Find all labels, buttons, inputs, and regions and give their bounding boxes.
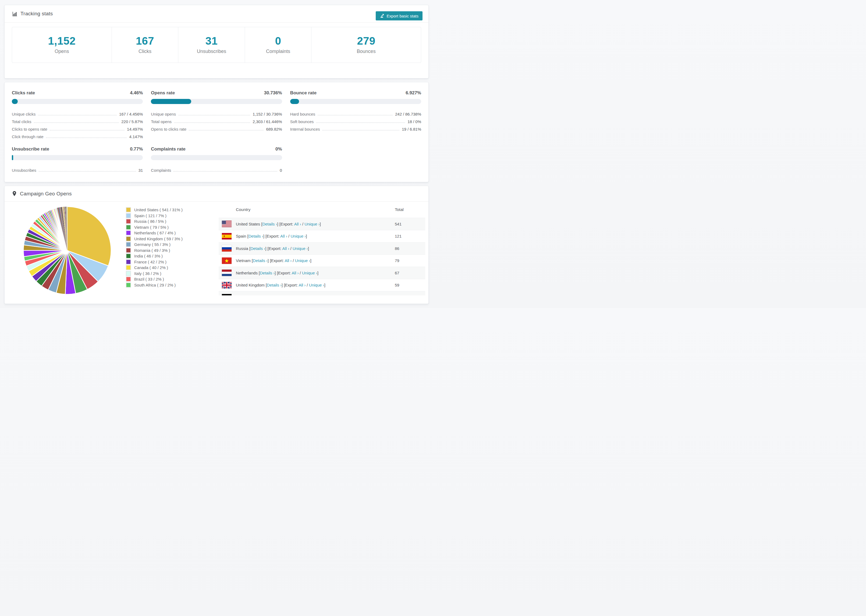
dotted-leader bbox=[174, 123, 250, 123]
stat-value-bounces: 279 bbox=[357, 36, 375, 46]
rate-row-label: Unique clicks bbox=[12, 112, 36, 116]
legend-swatch bbox=[126, 253, 131, 259]
export-all-link-united-kingdom[interactable]: All › bbox=[299, 283, 305, 287]
rate-row-value: 18 / 0% bbox=[408, 119, 421, 124]
rate-row-value: 31 bbox=[139, 168, 143, 173]
legend-swatch bbox=[126, 230, 131, 236]
stat-label-unsubscribes: Unsubscribes bbox=[197, 49, 226, 54]
column-header-total: Total bbox=[395, 207, 404, 212]
legend-swatch bbox=[126, 207, 131, 212]
export-all-link-united-states[interactable]: All › bbox=[294, 222, 301, 226]
stat-cell-bounces: 279Bounces bbox=[311, 27, 421, 63]
country-cell: Vietnam [Details ›] [Export: All › / Uni… bbox=[219, 258, 395, 264]
country-cell: Germany [Details ›] [Export: All › / Uni… bbox=[219, 294, 395, 295]
legend-label: India ( 46 / 3% ) bbox=[134, 254, 163, 258]
legend-item-brazil: Brazil ( 33 / 2% ) bbox=[126, 276, 183, 282]
legend-swatch bbox=[126, 219, 131, 224]
export-unique-link-united-kingdom[interactable]: Unique › bbox=[309, 283, 324, 287]
details-link-united-kingdom[interactable]: Details › bbox=[267, 283, 282, 287]
rate-row-internal-bounces: Internal bounces19 / 6.81% bbox=[290, 124, 421, 131]
export-unique-link-spain[interactable]: Unique › bbox=[290, 234, 306, 238]
export-all-link-spain[interactable]: All › bbox=[280, 234, 287, 238]
stat-value-unsubscribes: 31 bbox=[205, 36, 218, 46]
flag-vn-icon bbox=[222, 258, 231, 264]
legend-label: Spain ( 121 / 7% ) bbox=[134, 214, 167, 218]
stat-cell-unsubscribes: 31Unsubscribes bbox=[178, 27, 245, 63]
table-row-russia: Russia [Details ›] [Export: All › / Uniq… bbox=[219, 242, 425, 255]
country-cell: Netherlands [Details ›] [Export: All › /… bbox=[219, 270, 395, 276]
legend-label: Romania ( 49 / 3% ) bbox=[134, 248, 170, 253]
legend-label: United Kingdom ( 59 / 3% ) bbox=[134, 237, 183, 241]
legend-label: France ( 42 / 2% ) bbox=[134, 259, 167, 264]
rate-value-unsubscribe-rate: 0.77% bbox=[130, 146, 143, 152]
rate-row-label: Total opens bbox=[151, 119, 172, 124]
export-all-link-germany[interactable]: All › bbox=[287, 295, 293, 295]
legend-item-germany: Germany ( 55 / 3% ) bbox=[126, 242, 183, 248]
total-cell-united-kingdom: 59 bbox=[395, 283, 425, 287]
tracking-stats-title: Tracking stats bbox=[20, 11, 53, 17]
flag-nl-icon bbox=[222, 270, 231, 276]
export-unique-link-vietnam[interactable]: Unique › bbox=[295, 258, 310, 263]
total-cell-russia: 86 bbox=[395, 246, 425, 251]
geo-table-body: United States [Details ›] [Export: All ›… bbox=[219, 218, 425, 295]
legend-label: Germany ( 55 / 3% ) bbox=[134, 242, 170, 247]
geo-legend: United States ( 541 / 31% )Spain ( 121 /… bbox=[126, 207, 183, 288]
stat-cell-complaints: 0Complaints bbox=[245, 27, 312, 63]
details-link-germany[interactable]: Details › bbox=[255, 295, 269, 295]
export-all-link-vietnam[interactable]: All › bbox=[285, 258, 291, 263]
total-cell-united-states: 541 bbox=[395, 222, 425, 226]
rate-row-hard-bounces: Hard bounces242 / 86.738% bbox=[290, 109, 421, 116]
rate-row-click-through-rate: Click through rate4.147% bbox=[12, 131, 143, 139]
rate-row-label: Internal bounces bbox=[290, 127, 320, 131]
legend-item-united-states: United States ( 541 / 31% ) bbox=[126, 207, 183, 213]
table-row-united-kingdom: United Kingdom [Details ›] [Export: All … bbox=[219, 279, 425, 291]
export-all-link-netherlands[interactable]: All › bbox=[292, 271, 299, 275]
stat-label-opens: Opens bbox=[55, 49, 69, 54]
legend-item-india: India ( 46 / 3% ) bbox=[126, 253, 183, 259]
rate-row-value: 220 / 5.87% bbox=[121, 119, 143, 124]
details-link-united-states[interactable]: Details › bbox=[262, 222, 277, 226]
geo-title: Campaign Geo Opens bbox=[20, 191, 72, 197]
column-header-country: Country bbox=[219, 207, 395, 212]
rate-value-clicks-rate: 4.46% bbox=[130, 90, 143, 96]
rate-progressbar-opens-rate bbox=[151, 99, 282, 104]
legend-swatch bbox=[126, 213, 131, 218]
rate-row-value: 19 / 6.81% bbox=[402, 127, 421, 131]
legend-swatch bbox=[126, 248, 131, 253]
export-all-link-russia[interactable]: All › bbox=[282, 246, 290, 251]
export-unique-link-netherlands[interactable]: Unique › bbox=[302, 271, 317, 275]
rate-row-label: Complaints bbox=[151, 168, 171, 173]
rate-row-clicks-to-opens-rate: Clicks to opens rate14.497% bbox=[12, 124, 143, 131]
details-link-spain[interactable]: Details › bbox=[249, 234, 263, 238]
rate-row-value: 2,303 / 61.446% bbox=[252, 119, 282, 124]
flag-us-icon bbox=[222, 221, 231, 227]
legend-swatch bbox=[126, 271, 131, 276]
export-unique-link-united-states[interactable]: Unique › bbox=[304, 222, 320, 226]
rate-row-label: Opens to clicks rate bbox=[151, 127, 186, 131]
legend-item-canada: Canada ( 40 / 2% ) bbox=[126, 265, 183, 271]
legend-label: South Africa ( 29 / 2% ) bbox=[134, 283, 176, 287]
country-cell: Russia [Details ›] [Export: All › / Uniq… bbox=[219, 245, 395, 251]
rate-title-unsubscribe-rate: Unsubscribe rate bbox=[12, 146, 49, 152]
export-unique-link-germany[interactable]: Unique › bbox=[297, 295, 312, 295]
geo-table-header: Country Total bbox=[219, 201, 425, 218]
rate-panel-clicks-rate: Clicks rate4.46%Unique clicks167 / 4.456… bbox=[12, 90, 143, 139]
legend-label: United States ( 541 / 31% ) bbox=[134, 207, 183, 212]
details-link-vietnam[interactable]: Details › bbox=[253, 258, 268, 263]
details-link-netherlands[interactable]: Details › bbox=[260, 271, 275, 275]
legend-item-italy: Italy ( 36 / 2% ) bbox=[126, 271, 183, 277]
rate-progressbar-fill bbox=[12, 99, 18, 104]
legend-swatch bbox=[126, 265, 131, 270]
legend-item-vietnam: Vietnam ( 79 / 5% ) bbox=[126, 225, 183, 230]
flag-gb-icon bbox=[222, 282, 231, 288]
export-unique-link-russia[interactable]: Unique › bbox=[293, 246, 308, 251]
rate-row-label: Hard bounces bbox=[290, 112, 315, 116]
dotted-leader bbox=[34, 123, 119, 123]
export-basic-stats-button[interactable]: Export basic stats bbox=[376, 11, 422, 20]
legend-swatch bbox=[126, 277, 131, 282]
details-link-russia[interactable]: Details › bbox=[250, 246, 265, 251]
legend-item-united-kingdom: United Kingdom ( 59 / 3% ) bbox=[126, 236, 183, 242]
legend-item-russia: Russia ( 86 / 5% ) bbox=[126, 218, 183, 225]
rate-row-value: 4.147% bbox=[129, 134, 143, 139]
dotted-leader bbox=[323, 130, 400, 130]
